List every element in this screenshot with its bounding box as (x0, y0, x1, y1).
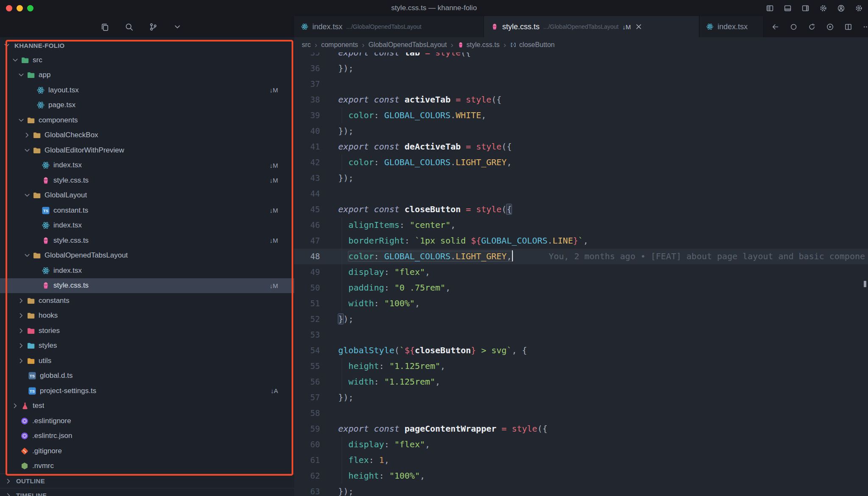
code-line-57[interactable]: 57}); (294, 390, 868, 405)
breadcrumb-item-closeButton[interactable]: closeButton (510, 41, 555, 49)
code-line-37[interactable]: 37 (294, 76, 868, 92)
line-number[interactable]: 46 (294, 217, 320, 233)
tree-item-global.d.ts[interactable]: TSglobal.d.ts (0, 369, 294, 384)
line-number[interactable]: 55 (294, 358, 320, 374)
source-control-icon[interactable] (149, 22, 158, 31)
code-line-58[interactable]: 58 (294, 405, 868, 421)
chevron-right-icon[interactable] (17, 357, 25, 365)
chevron-down-icon[interactable] (17, 116, 25, 125)
tree-item-GlobalOpenedTabsLayout[interactable]: GlobalOpenedTabsLayout (0, 248, 294, 263)
minimize-window-button[interactable] (17, 5, 23, 11)
chevron-down-icon[interactable] (23, 146, 31, 155)
tree-item-constants[interactable]: constants (0, 293, 294, 308)
line-number[interactable]: 36 (294, 61, 320, 76)
tree-item-style.css.ts[interactable]: style.css.ts↓M (0, 173, 294, 188)
tab-index.tsx[interactable]: index.tsx.../GlobalOpenedTabsLayout (294, 16, 484, 37)
chevron-right-icon[interactable] (17, 327, 25, 335)
tree-item-index.tsx[interactable]: index.tsx (0, 218, 294, 233)
code-line-47[interactable]: 47 borderRight: `1px solid ${GLOBAL_COLO… (294, 233, 868, 249)
sidebar-section-outline[interactable]: OUTLINE (0, 474, 294, 488)
editor[interactable]: 35export const tab = style({36});3738exp… (294, 53, 868, 496)
sidebar-section-timeline[interactable]: TIMELINE (0, 488, 294, 496)
line-number[interactable]: 37 (294, 76, 320, 92)
line-number[interactable]: 51 (294, 296, 320, 311)
code-line-35[interactable]: 35export const tab = style({ (294, 53, 868, 61)
breadcrumb-item-style.css.ts[interactable]: style.css.ts (457, 41, 500, 49)
tree-item-test[interactable]: test (0, 399, 294, 414)
breadcrumb-item-src[interactable]: src (302, 41, 311, 49)
tree-item-styles[interactable]: styles (0, 338, 294, 354)
tab-close-icon[interactable] (634, 22, 643, 31)
tree-item-index.tsx[interactable]: index.tsx (0, 263, 294, 278)
tree-item-style.css.ts[interactable]: style.css.ts↓M (0, 278, 294, 294)
line-number[interactable]: 42 (294, 155, 320, 170)
breadcrumb-item-GlobalOpenedTabsLayout[interactable]: GlobalOpenedTabsLayout (368, 41, 447, 49)
tree-item-utils[interactable]: utils (0, 353, 294, 369)
code-line-48[interactable]: 48 color: GLOBAL_COLORS.LIGHT_GREY,You, … (294, 249, 868, 264)
line-number[interactable]: 63 (294, 484, 320, 496)
tree-item-style.css.ts[interactable]: style.css.ts↓M (0, 233, 294, 248)
zoom-window-button[interactable] (27, 5, 33, 11)
line-number[interactable]: 59 (294, 421, 320, 437)
scrollbar-marker[interactable] (864, 281, 866, 287)
code-line-63[interactable]: 63}); (294, 484, 868, 496)
tree-item-GlobalEditorWithPreview[interactable]: GlobalEditorWithPreview (0, 143, 294, 158)
tree-item-.eslintignore[interactable]: .eslintignore (0, 413, 294, 429)
code-line-51[interactable]: 51 width: "100%", (294, 296, 868, 311)
line-number[interactable]: 58 (294, 405, 320, 421)
copy-icon[interactable] (100, 22, 109, 31)
code-line-52[interactable]: 52}); (294, 311, 868, 327)
code-line-42[interactable]: 42 color: GLOBAL_COLORS.LIGHT_GREY, (294, 155, 868, 170)
tree-item-src[interactable]: src (0, 53, 294, 68)
line-number[interactable]: 45 (294, 202, 320, 217)
tab-style.css.ts[interactable]: style.css.ts.../GlobalOpenedTabsLayout↓M (484, 16, 699, 37)
tree-item-project-settings.ts[interactable]: TSproject-settings.ts↓A (0, 383, 294, 399)
line-number[interactable]: 43 (294, 170, 320, 186)
chevron-right-icon[interactable] (17, 311, 25, 320)
line-number[interactable]: 61 (294, 452, 320, 468)
code-line-38[interactable]: 38export const activeTab = style({ (294, 92, 868, 108)
search-icon[interactable] (125, 22, 134, 31)
code-line-49[interactable]: 49 display: "flex", (294, 264, 868, 280)
chevron-right-icon[interactable] (23, 131, 31, 139)
split-editor-icon[interactable] (844, 23, 852, 31)
tree-item-GlobalLayout[interactable]: GlobalLayout (0, 188, 294, 203)
code-line-44[interactable]: 44 (294, 186, 868, 202)
line-number[interactable]: 47 (294, 233, 320, 249)
line-number[interactable]: 44 (294, 186, 320, 202)
tree-item-page.tsx[interactable]: page.tsx (0, 98, 294, 113)
line-number[interactable]: 56 (294, 374, 320, 390)
tree-item-app[interactable]: app (0, 68, 294, 83)
tree-item-components[interactable]: components (0, 113, 294, 128)
code-line-45[interactable]: 45export const closeButton = style({ (294, 202, 868, 217)
code-line-40[interactable]: 40}); (294, 123, 868, 139)
line-number[interactable]: 53 (294, 327, 320, 343)
code-line-36[interactable]: 36}); (294, 61, 868, 76)
tree-item-hooks[interactable]: hooks (0, 308, 294, 324)
code-line-56[interactable]: 56 width: "1.125rem", (294, 374, 868, 390)
tree-item-.eslintrc.json[interactable]: .eslintrc.json (0, 429, 294, 444)
line-number[interactable]: 35 (294, 53, 320, 61)
chevron-down-icon[interactable] (173, 22, 182, 31)
settings-gear-icon[interactable] (855, 4, 863, 12)
chevron-right-icon[interactable] (11, 402, 19, 410)
tab-index.tsx[interactable]: index.tsx (699, 16, 764, 37)
line-number[interactable]: 57 (294, 390, 320, 405)
chevron-down-icon[interactable] (23, 191, 31, 200)
explorer-section-header[interactable]: KHANNE-FOLIO (0, 38, 294, 53)
line-number[interactable]: 48 (294, 249, 320, 264)
tree-item-constant.ts[interactable]: TSconstant.ts↓M (0, 203, 294, 218)
line-number[interactable]: 39 (294, 108, 320, 123)
layout-panel-bottom-icon[interactable] (784, 4, 792, 12)
tree-item-stories[interactable]: stories (0, 323, 294, 338)
code-line-46[interactable]: 46 alignItems: "center", (294, 217, 868, 233)
code-line-60[interactable]: 60 display: "flex", (294, 437, 868, 452)
line-number[interactable]: 52 (294, 311, 320, 327)
circle-icon[interactable] (790, 23, 798, 31)
chevron-down-icon[interactable] (23, 251, 31, 260)
tree-item-index.tsx[interactable]: index.tsx↓M (0, 158, 294, 173)
breadcrumb-item-components[interactable]: components (321, 41, 358, 49)
line-number[interactable]: 50 (294, 280, 320, 296)
close-window-button[interactable] (6, 5, 12, 11)
tree-item-GlobalCheckBox[interactable]: GlobalCheckBox (0, 128, 294, 143)
